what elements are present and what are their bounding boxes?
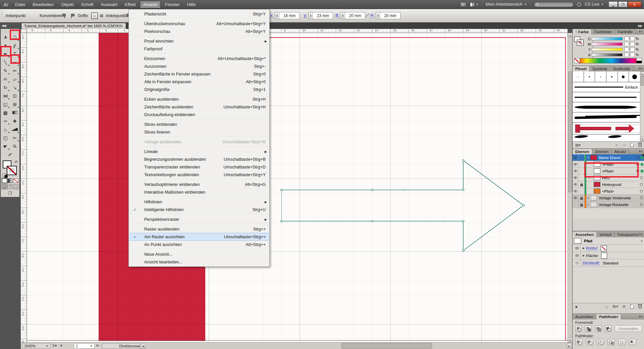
visibility-eye-icon[interactable] [574,170,577,172]
lock-icon[interactable] [580,198,583,200]
lock-cell[interactable] [579,168,585,174]
pinsel-panel-menu-icon[interactable]: ▾≡ [639,67,643,70]
brush-options-icon[interactable]: ⁄≡ [623,143,626,147]
scale-tool[interactable]: ↘ [10,83,19,92]
aussehen-tab-transparenz[interactable]: Transparenz [614,232,642,237]
brush-row-taper[interactable] [573,102,640,112]
visibility-cell[interactable] [573,154,579,161]
fill-attribute-row[interactable]: ▶ Fläche: [573,252,644,259]
scroll-up-arrow[interactable]: ▲ [640,239,643,242]
merge-button[interactable] [597,339,604,345]
unite-button[interactable] [575,326,582,332]
paintbrush-tool[interactable]: ✎ [1,66,10,75]
hide-handles-button[interactable] [100,14,103,17]
menu-item-ecken-ausblenden[interactable]: Ecken ausblendenStrg+H [129,95,269,103]
anchor-point[interactable] [523,204,525,206]
menu-item-begrenzungsrahmen-ausblenden[interactable]: Begrenzungsrahmen ausblendenUmschalttast… [129,155,269,163]
menu-item-verlaufsoptimierer-einblenden[interactable]: Verlaufsoptimierer einblendenAlt+Strg+G [129,181,269,188]
fill-color-swatch[interactable] [601,253,607,258]
pinsel-tab-grafikstile[interactable]: Grafikstile [610,66,633,71]
perspective-grid-tool[interactable]: ⊞ [10,100,19,108]
restore-button[interactable]: ❐ [618,1,628,7]
menu-item-einzoomen[interactable]: EinzoomenAlt+Umschalttaste+Strg+* [129,55,269,62]
default-fill-stroke-icon[interactable] [3,174,7,177]
pencil-tool-2[interactable]: ✐ [5,150,15,159]
visibility-eye-icon[interactable] [574,163,577,165]
menu-item-originalgröße[interactable]: OriginalgrößeStrg+1 [129,86,269,93]
new-fill-icon[interactable]: □ [606,305,608,309]
duplicate-item-icon[interactable] [630,305,634,309]
selection-tool[interactable]: ➤ [1,33,10,41]
artboard-number-select[interactable]: 1 ▼ [74,343,95,349]
menu-item-überdruckenvorschau[interactable]: ÜberdruckenvorschauAlt+Umschalttaste+Str… [129,20,269,28]
first-artboard-button[interactable]: ◀ [53,344,56,347]
remove-brush-stroke-icon[interactable]: ✕ [615,143,618,147]
menu-item-zeichenfläche-in-fenster-einpassen[interactable]: Zeichenfläche in Fenster einpassenStrg+0 [129,70,269,78]
color-button[interactable] [2,179,7,183]
farbe-panel-menu-icon[interactable]: ▾≡ [639,30,643,33]
slice-tool[interactable]: ✂ [10,134,19,142]
anchor-point[interactable] [462,250,464,252]
menu-item-alle-in-fenster-einpassen[interactable]: Alle in Fenster einpassenAlt+Strg+0 [129,78,269,86]
aussehen-tab-verlauf[interactable]: Verlauf [597,232,614,237]
expand-triangle-icon[interactable]: ▷ [586,196,590,199]
menu-item-perspektivenraster[interactable]: Perspektivenraster▶ [129,215,269,223]
scroll-left-arrow[interactable]: ◀ [141,343,146,349]
lock-cell[interactable] [579,154,585,161]
menu-ansicht[interactable]: Ansicht [140,1,161,8]
anchor-point[interactable] [280,220,282,222]
menu-item-lineale[interactable]: Lineale▶ [129,148,269,155]
bridge-button[interactable]: Br [460,2,467,7]
ruler-origin-corner[interactable] [21,29,27,33]
field-input[interactable]: ▲▼20 mm [340,12,365,19]
minimize-button[interactable]: ▁ [608,1,618,7]
brush-row-arrow-pattern[interactable] [573,122,640,135]
layer-row--pfad-[interactable]: <Pfad> [573,188,644,195]
ebenen-panel-menu-icon[interactable]: ▾≡ [639,150,643,153]
pencil-tool[interactable]: ✏ [10,66,19,75]
menu-item-raster-ausblenden[interactable]: Raster ausblendenStrg++ [129,225,269,233]
menu-item-neue-ansicht-[interactable]: Neue Ansicht... [129,250,269,258]
visibility-eye-icon[interactable] [574,156,577,159]
menu-item-slices-fixieren[interactable]: Slices fixieren [129,128,269,136]
anchor-point[interactable] [462,189,464,191]
convert-to-smooth-icon[interactable] [69,14,74,18]
scroll-up-arrow[interactable]: ▲ [568,33,573,38]
menu-auswahl[interactable]: Auswahl [98,1,121,8]
layer-row-vorlage-rückseite[interactable]: ▷Vorlage Rückseite [573,201,644,208]
menu-bearbeiten[interactable]: Bearbeiten [29,1,57,8]
horizontal-scroll-thumb[interactable] [341,343,432,349]
minus-front-button[interactable] [585,326,591,332]
none-swatch[interactable] [575,58,580,63]
pathfinder-panel-menu-icon[interactable]: ▾≡ [639,315,643,318]
cs-live-menu[interactable]: CS Live ▼ [585,2,604,7]
line-tool[interactable]: ╲ [1,58,10,66]
pathfinder-tab-ausrichten[interactable]: Ausrichten [573,314,596,319]
free-transform-tool[interactable]: ⊡ [10,92,19,100]
field-stepper[interactable]: ▲▼ [309,12,313,19]
channel-slider[interactable] [592,53,623,56]
menu-fenster[interactable]: Fenster [161,1,183,8]
scroll-down-arrow[interactable]: ▼ [568,338,573,342]
expand-arrow-icon[interactable]: ▶ [583,247,585,250]
new-brush-icon[interactable] [630,143,634,147]
menu-schrift[interactable]: Schrift [78,1,97,8]
brush-row-rough[interactable] [573,92,640,102]
menu-item-proof-einrichten[interactable]: Proof einrichten▶ [129,37,269,45]
menu-item-am-raster-ausrichten[interactable]: ✓Am Raster ausrichtenUmschalttaste+Strg+… [129,233,269,241]
mesh-tool[interactable]: ▦ [1,108,10,117]
pathfinder-tab-pathfinder[interactable]: Pathfinder [596,314,621,319]
lock-cell[interactable] [579,161,585,168]
draw-normal-icon[interactable]: ❏ [1,184,7,189]
workspace-switcher[interactable]: Mein Arbeitsbereich ▼ [486,2,527,7]
delete-brush-icon[interactable] [638,143,642,147]
screen-mode-button[interactable]: ❒ [1,191,19,196]
expand-dock-icon[interactable]: ▶▶ [638,24,642,28]
target-circle[interactable] [640,196,643,199]
show-handles-button[interactable]: ◇ [91,12,98,19]
lock-cell[interactable] [579,181,585,188]
next-artboard-button[interactable]: ▶ [97,344,99,347]
symbol-sprayer-tool[interactable]: ♨ [1,125,10,134]
menu-item-pfadansicht[interactable]: PfadansichtStrg+Y [129,10,269,18]
lock-icon[interactable] [580,184,583,186]
